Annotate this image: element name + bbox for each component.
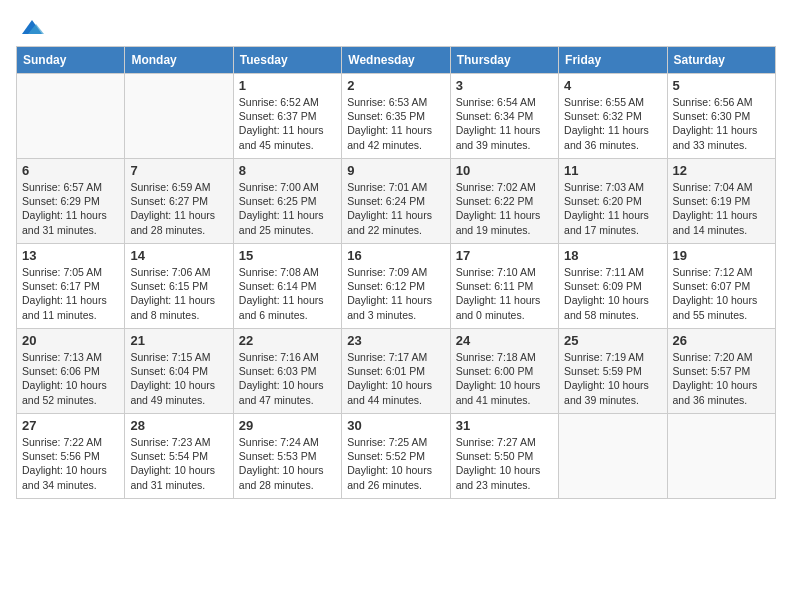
cell-content: Sunrise: 7:09 AM Sunset: 6:12 PM Dayligh… (347, 265, 444, 322)
calendar-cell (17, 74, 125, 159)
cell-content: Sunrise: 7:05 AM Sunset: 6:17 PM Dayligh… (22, 265, 119, 322)
calendar-cell: 6Sunrise: 6:57 AM Sunset: 6:29 PM Daylig… (17, 159, 125, 244)
calendar-cell: 15Sunrise: 7:08 AM Sunset: 6:14 PM Dayli… (233, 244, 341, 329)
cell-content: Sunrise: 7:13 AM Sunset: 6:06 PM Dayligh… (22, 350, 119, 407)
calendar-week-2: 6Sunrise: 6:57 AM Sunset: 6:29 PM Daylig… (17, 159, 776, 244)
calendar-cell: 24Sunrise: 7:18 AM Sunset: 6:00 PM Dayli… (450, 329, 558, 414)
day-header-sunday: Sunday (17, 47, 125, 74)
calendar-cell: 18Sunrise: 7:11 AM Sunset: 6:09 PM Dayli… (559, 244, 667, 329)
calendar-week-1: 1Sunrise: 6:52 AM Sunset: 6:37 PM Daylig… (17, 74, 776, 159)
calendar-cell: 23Sunrise: 7:17 AM Sunset: 6:01 PM Dayli… (342, 329, 450, 414)
cell-content: Sunrise: 7:22 AM Sunset: 5:56 PM Dayligh… (22, 435, 119, 492)
calendar-cell: 9Sunrise: 7:01 AM Sunset: 6:24 PM Daylig… (342, 159, 450, 244)
calendar-week-3: 13Sunrise: 7:05 AM Sunset: 6:17 PM Dayli… (17, 244, 776, 329)
day-number: 9 (347, 163, 444, 178)
day-number: 25 (564, 333, 661, 348)
cell-content: Sunrise: 7:04 AM Sunset: 6:19 PM Dayligh… (673, 180, 770, 237)
day-number: 30 (347, 418, 444, 433)
calendar-cell: 17Sunrise: 7:10 AM Sunset: 6:11 PM Dayli… (450, 244, 558, 329)
calendar-cell: 8Sunrise: 7:00 AM Sunset: 6:25 PM Daylig… (233, 159, 341, 244)
calendar-cell: 16Sunrise: 7:09 AM Sunset: 6:12 PM Dayli… (342, 244, 450, 329)
cell-content: Sunrise: 7:03 AM Sunset: 6:20 PM Dayligh… (564, 180, 661, 237)
calendar-cell: 27Sunrise: 7:22 AM Sunset: 5:56 PM Dayli… (17, 414, 125, 499)
calendar-cell: 5Sunrise: 6:56 AM Sunset: 6:30 PM Daylig… (667, 74, 775, 159)
cell-content: Sunrise: 7:18 AM Sunset: 6:00 PM Dayligh… (456, 350, 553, 407)
day-number: 27 (22, 418, 119, 433)
day-number: 5 (673, 78, 770, 93)
logo-icon (18, 16, 46, 38)
day-number: 10 (456, 163, 553, 178)
calendar-cell (667, 414, 775, 499)
calendar-week-5: 27Sunrise: 7:22 AM Sunset: 5:56 PM Dayli… (17, 414, 776, 499)
cell-content: Sunrise: 7:10 AM Sunset: 6:11 PM Dayligh… (456, 265, 553, 322)
cell-content: Sunrise: 7:11 AM Sunset: 6:09 PM Dayligh… (564, 265, 661, 322)
cell-content: Sunrise: 7:25 AM Sunset: 5:52 PM Dayligh… (347, 435, 444, 492)
day-number: 4 (564, 78, 661, 93)
calendar-cell: 22Sunrise: 7:16 AM Sunset: 6:03 PM Dayli… (233, 329, 341, 414)
calendar-cell: 1Sunrise: 6:52 AM Sunset: 6:37 PM Daylig… (233, 74, 341, 159)
day-number: 13 (22, 248, 119, 263)
day-number: 22 (239, 333, 336, 348)
cell-content: Sunrise: 7:23 AM Sunset: 5:54 PM Dayligh… (130, 435, 227, 492)
day-number: 24 (456, 333, 553, 348)
header-row: SundayMondayTuesdayWednesdayThursdayFrid… (17, 47, 776, 74)
cell-content: Sunrise: 7:24 AM Sunset: 5:53 PM Dayligh… (239, 435, 336, 492)
calendar-cell: 21Sunrise: 7:15 AM Sunset: 6:04 PM Dayli… (125, 329, 233, 414)
cell-content: Sunrise: 6:55 AM Sunset: 6:32 PM Dayligh… (564, 95, 661, 152)
calendar-cell: 14Sunrise: 7:06 AM Sunset: 6:15 PM Dayli… (125, 244, 233, 329)
day-number: 31 (456, 418, 553, 433)
calendar-cell: 13Sunrise: 7:05 AM Sunset: 6:17 PM Dayli… (17, 244, 125, 329)
cell-content: Sunrise: 7:20 AM Sunset: 5:57 PM Dayligh… (673, 350, 770, 407)
cell-content: Sunrise: 7:00 AM Sunset: 6:25 PM Dayligh… (239, 180, 336, 237)
cell-content: Sunrise: 7:01 AM Sunset: 6:24 PM Dayligh… (347, 180, 444, 237)
calendar-cell: 26Sunrise: 7:20 AM Sunset: 5:57 PM Dayli… (667, 329, 775, 414)
day-number: 28 (130, 418, 227, 433)
day-header-friday: Friday (559, 47, 667, 74)
calendar-cell: 12Sunrise: 7:04 AM Sunset: 6:19 PM Dayli… (667, 159, 775, 244)
cell-content: Sunrise: 7:02 AM Sunset: 6:22 PM Dayligh… (456, 180, 553, 237)
day-header-monday: Monday (125, 47, 233, 74)
cell-content: Sunrise: 7:17 AM Sunset: 6:01 PM Dayligh… (347, 350, 444, 407)
day-number: 8 (239, 163, 336, 178)
calendar-cell: 10Sunrise: 7:02 AM Sunset: 6:22 PM Dayli… (450, 159, 558, 244)
calendar-cell: 4Sunrise: 6:55 AM Sunset: 6:32 PM Daylig… (559, 74, 667, 159)
cell-content: Sunrise: 6:52 AM Sunset: 6:37 PM Dayligh… (239, 95, 336, 152)
day-number: 12 (673, 163, 770, 178)
day-number: 17 (456, 248, 553, 263)
calendar-cell: 2Sunrise: 6:53 AM Sunset: 6:35 PM Daylig… (342, 74, 450, 159)
cell-content: Sunrise: 6:54 AM Sunset: 6:34 PM Dayligh… (456, 95, 553, 152)
calendar-week-4: 20Sunrise: 7:13 AM Sunset: 6:06 PM Dayli… (17, 329, 776, 414)
calendar-cell: 19Sunrise: 7:12 AM Sunset: 6:07 PM Dayli… (667, 244, 775, 329)
calendar-cell: 7Sunrise: 6:59 AM Sunset: 6:27 PM Daylig… (125, 159, 233, 244)
day-number: 18 (564, 248, 661, 263)
calendar-cell: 20Sunrise: 7:13 AM Sunset: 6:06 PM Dayli… (17, 329, 125, 414)
calendar-cell: 28Sunrise: 7:23 AM Sunset: 5:54 PM Dayli… (125, 414, 233, 499)
cell-content: Sunrise: 7:12 AM Sunset: 6:07 PM Dayligh… (673, 265, 770, 322)
day-number: 29 (239, 418, 336, 433)
day-number: 26 (673, 333, 770, 348)
calendar-cell: 3Sunrise: 6:54 AM Sunset: 6:34 PM Daylig… (450, 74, 558, 159)
day-number: 23 (347, 333, 444, 348)
cell-content: Sunrise: 7:16 AM Sunset: 6:03 PM Dayligh… (239, 350, 336, 407)
day-header-tuesday: Tuesday (233, 47, 341, 74)
day-number: 6 (22, 163, 119, 178)
day-number: 7 (130, 163, 227, 178)
day-number: 11 (564, 163, 661, 178)
calendar-cell: 31Sunrise: 7:27 AM Sunset: 5:50 PM Dayli… (450, 414, 558, 499)
calendar-table: SundayMondayTuesdayWednesdayThursdayFrid… (16, 46, 776, 499)
day-number: 3 (456, 78, 553, 93)
cell-content: Sunrise: 6:53 AM Sunset: 6:35 PM Dayligh… (347, 95, 444, 152)
calendar-cell (559, 414, 667, 499)
day-number: 20 (22, 333, 119, 348)
cell-content: Sunrise: 7:15 AM Sunset: 6:04 PM Dayligh… (130, 350, 227, 407)
day-number: 2 (347, 78, 444, 93)
cell-content: Sunrise: 7:08 AM Sunset: 6:14 PM Dayligh… (239, 265, 336, 322)
calendar-cell: 25Sunrise: 7:19 AM Sunset: 5:59 PM Dayli… (559, 329, 667, 414)
calendar-cell (125, 74, 233, 159)
cell-content: Sunrise: 6:57 AM Sunset: 6:29 PM Dayligh… (22, 180, 119, 237)
day-header-saturday: Saturday (667, 47, 775, 74)
day-number: 1 (239, 78, 336, 93)
cell-content: Sunrise: 7:27 AM Sunset: 5:50 PM Dayligh… (456, 435, 553, 492)
cell-content: Sunrise: 6:56 AM Sunset: 6:30 PM Dayligh… (673, 95, 770, 152)
day-header-thursday: Thursday (450, 47, 558, 74)
